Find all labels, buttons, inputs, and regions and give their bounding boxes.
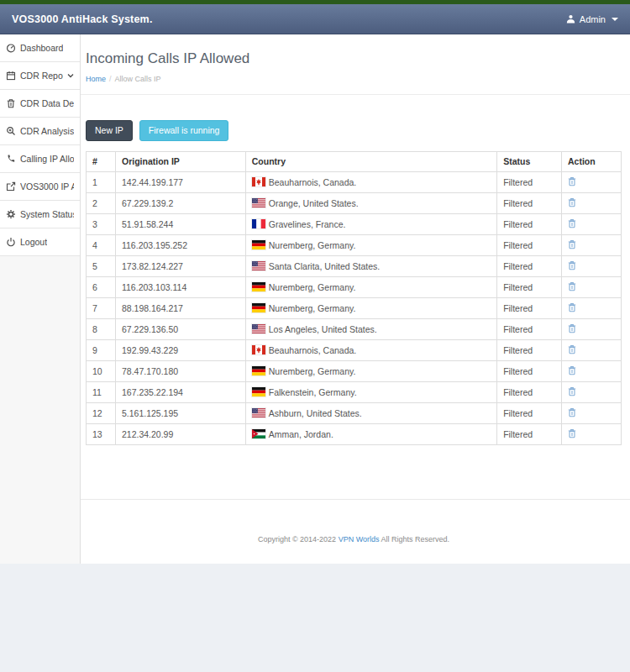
action-cell: [562, 339, 622, 360]
row-number: 4: [87, 234, 116, 255]
origination-ip: 116.203.195.252: [115, 234, 245, 255]
country-name: Orange, United States.: [269, 198, 359, 208]
sidebar-item-system-status[interactable]: System Status: [0, 201, 80, 228]
table-header-row: #Origination IPCountryStatusAction: [87, 151, 622, 171]
row-number: 6: [87, 276, 116, 297]
breadcrumb-home-link[interactable]: Home: [86, 75, 106, 83]
row-number: 7: [87, 297, 116, 318]
sidebar-item-vos3000-ip-allow[interactable]: VOS3000 IP Allow: [0, 173, 80, 201]
firewall-status-button[interactable]: Firewall is running: [139, 120, 229, 141]
sidebar-item-cdr-report[interactable]: CDR Report: [0, 62, 80, 90]
delete-icon[interactable]: [568, 281, 576, 291]
table-row: 351.91.58.244Gravelines, France.Filtered: [87, 213, 622, 234]
country-name: Los Angeles, United States.: [269, 324, 377, 334]
dashboard-icon: [6, 43, 16, 53]
chevron-down-icon: [67, 73, 74, 78]
caret-down-icon: [612, 18, 618, 21]
page-title: Incoming Calls IP Allowed: [86, 50, 622, 67]
sidebar-item-cdr-data-delete[interactable]: CDR Data Delete: [0, 90, 80, 118]
origination-ip: 51.91.58.244: [115, 213, 245, 234]
delete-icon[interactable]: [568, 218, 576, 228]
share-square-icon: [6, 181, 16, 192]
new-ip-button[interactable]: New IP: [86, 120, 133, 141]
action-cell: [562, 276, 622, 297]
copyright-prefix: Copyright © 2014-2022: [258, 535, 336, 543]
origination-ip: 67.229.136.50: [115, 318, 245, 339]
breadcrumb: Home/Allow Calls IP: [86, 75, 622, 83]
country-cell: Los Angeles, United States.: [245, 318, 496, 339]
breadcrumb-separator: /: [109, 75, 112, 83]
delete-icon[interactable]: [568, 365, 576, 375]
table-row: 4116.203.195.252Nuremberg, Germany.Filte…: [87, 234, 622, 255]
status-cell: Filtered: [497, 276, 562, 297]
origination-ip: 167.235.22.194: [115, 381, 245, 402]
status-cell: Filtered: [497, 318, 562, 339]
country-name: Nuremberg, Germany.: [269, 366, 356, 376]
main-wrapper: DashboardCDR ReportCDR Data DeleteCDR An…: [0, 34, 630, 564]
delete-icon[interactable]: [568, 323, 576, 333]
toolbar: New IP Firewall is running: [86, 120, 622, 141]
row-number: 11: [87, 381, 116, 402]
country-cell: Nuremberg, Germany.: [245, 234, 496, 255]
table-row: 11167.235.22.194Falkenstein, Germany.Fil…: [87, 381, 622, 402]
flag-icon-ca: [252, 345, 265, 354]
flag-icon-de: [252, 366, 265, 375]
status-cell: Filtered: [497, 381, 562, 402]
flag-icon-de: [252, 282, 265, 291]
country-cell: Nuremberg, Germany.: [245, 276, 496, 297]
sidebar-item-dashboard[interactable]: Dashboard: [0, 34, 80, 62]
delete-icon[interactable]: [568, 239, 576, 249]
delete-icon[interactable]: [568, 302, 576, 312]
column-header-origination-ip: Origination IP: [115, 151, 245, 171]
column-header-country: Country: [245, 151, 496, 171]
admin-menu[interactable]: Admin: [566, 14, 618, 24]
origination-ip: 88.198.164.217: [115, 297, 245, 318]
origination-ip: 142.44.199.177: [115, 171, 245, 192]
app-title: VOS3000 AntiHack System.: [12, 13, 153, 25]
table-row: 13212.34.20.99Amman, Jordan.Filtered: [87, 423, 622, 444]
flag-icon-us: [252, 198, 265, 207]
table-row: 9192.99.43.229Beauharnois, Canada.Filter…: [87, 339, 622, 360]
status-cell: Filtered: [497, 360, 562, 381]
action-cell: [562, 423, 622, 444]
action-cell: [562, 381, 622, 402]
action-cell: [562, 234, 622, 255]
phone-icon: [6, 154, 16, 164]
row-number: 2: [87, 192, 116, 213]
status-cell: Filtered: [497, 171, 562, 192]
main-content: Incoming Calls IP Allowed Home/Allow Cal…: [80, 34, 630, 564]
delete-icon[interactable]: [568, 428, 576, 438]
sidebar-item-logout[interactable]: Logout: [0, 228, 80, 256]
row-number: 10: [87, 360, 116, 381]
sidebar-item-label: Calling IP Allow: [20, 154, 74, 164]
delete-icon[interactable]: [568, 386, 576, 396]
status-cell: Filtered: [497, 402, 562, 423]
country-name: Falkenstein, Germany.: [269, 387, 357, 397]
table-row: 125.161.125.195Ashburn, United States.Fi…: [87, 402, 622, 423]
sidebar-item-label: System Status: [20, 209, 74, 219]
sidebar-item-cdr-analysis[interactable]: CDR Analysis: [0, 118, 80, 145]
country-cell: Santa Clarita, United States.: [245, 255, 496, 276]
delete-icon[interactable]: [568, 197, 576, 207]
origination-ip: 116.203.103.114: [115, 276, 245, 297]
origination-ip: 67.229.139.2: [115, 192, 245, 213]
country-name: Ashburn, United States.: [269, 408, 362, 418]
delete-icon[interactable]: [568, 260, 576, 270]
country-name: Beauharnois, Canada.: [269, 177, 357, 187]
action-cell: [562, 402, 622, 423]
sidebar-item-label: CDR Data Delete: [20, 98, 74, 108]
table-row: 267.229.139.2Orange, United States.Filte…: [87, 192, 622, 213]
navbar: VOS3000 AntiHack System. Admin: [0, 4, 630, 34]
action-cell: [562, 255, 622, 276]
status-cell: Filtered: [497, 423, 562, 444]
sidebar-item-calling-ip-allow[interactable]: Calling IP Allow: [0, 145, 80, 173]
delete-icon[interactable]: [568, 344, 576, 354]
vpn-worlds-link[interactable]: VPN Worlds: [339, 535, 380, 543]
copyright-suffix: All Rights Reserved.: [381, 535, 450, 543]
power-icon: [6, 237, 16, 247]
status-cell: Filtered: [497, 255, 562, 276]
user-icon: [566, 14, 575, 24]
delete-icon[interactable]: [568, 407, 576, 417]
origination-ip: 173.82.124.227: [115, 255, 245, 276]
delete-icon[interactable]: [568, 176, 576, 186]
